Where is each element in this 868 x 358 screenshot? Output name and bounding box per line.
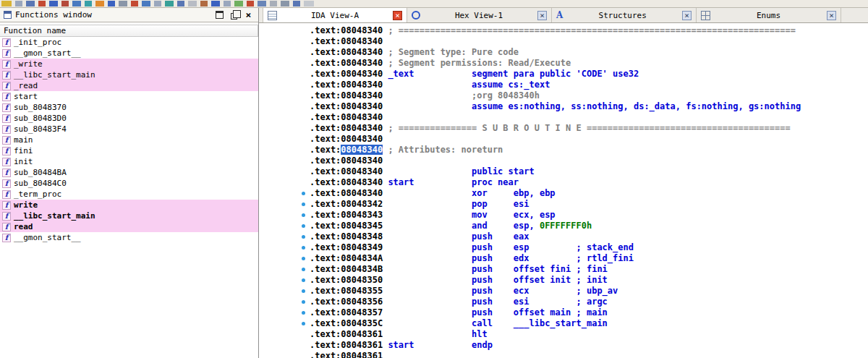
disassembly-view[interactable]: .text:08048340 ; =======================…	[259, 23, 868, 358]
toolbar-icon[interactable]	[38, 1, 46, 7]
disassembly-line[interactable]: .text:08048349 push esp ; stack_end	[310, 242, 868, 253]
disassembly-line[interactable]: .text:0804834B push offset fini ; fini	[310, 264, 868, 275]
toolbar-icon[interactable]	[293, 1, 300, 7]
function-list-item[interactable]: fmain	[0, 135, 258, 145]
toolbar-icon[interactable]	[15, 1, 22, 7]
function-list-item[interactable]: f_init_proc	[0, 37, 258, 48]
address: 08048340	[341, 69, 383, 79]
close-icon[interactable]: ×	[537, 11, 547, 20]
maximize-icon[interactable]	[216, 11, 224, 19]
function-list-item[interactable]: finit	[0, 156, 258, 167]
disassembly-line[interactable]: .text:08048357 push offset main ; main	[310, 307, 868, 318]
toolbar-icon[interactable]	[200, 1, 208, 7]
function-list-item[interactable]: f_read	[0, 80, 258, 91]
toolbar-icon[interactable]	[165, 1, 174, 7]
disassembly-line[interactable]: .text:0804834A push edx ; rtld_fini	[310, 253, 868, 264]
disassembly-line[interactable]: .text:0804835C call ___libc_start_main	[310, 318, 868, 329]
float-window-icon[interactable]	[231, 13, 237, 20]
toolbar-icon[interactable]	[258, 1, 266, 7]
toolbar-icon[interactable]	[247, 1, 254, 7]
disassembly-line[interactable]: .text:08048340	[310, 155, 868, 166]
function-list-item[interactable]: fread	[0, 221, 258, 232]
toolbar-icon[interactable]	[1, 1, 12, 7]
column-header-function-name[interactable]: Function name	[0, 25, 258, 37]
toolbar-icon[interactable]	[142, 1, 150, 7]
function-list-item[interactable]: fsub_80483F4	[0, 124, 258, 135]
toolbar-icon[interactable]	[61, 1, 69, 7]
disassembly-line[interactable]: .text:08048361	[310, 351, 868, 358]
segment-prefix: .text:	[310, 221, 341, 231]
disassembly-line[interactable]: .text:08048340 xor ebp, ebp	[310, 188, 868, 199]
code-text: assume cs:_text	[388, 80, 550, 90]
disassembly-line[interactable]: .text:08048355 push ecx ; ubp_av	[310, 286, 868, 297]
tab-hex-view-1[interactable]: Hex View-1×	[407, 8, 552, 22]
disassembly-line[interactable]: .text:08048356 push esi ; argc	[310, 297, 868, 307]
disassembly-line[interactable]: .text:08048340 ; =======================…	[310, 25, 868, 36]
toolbar-icon[interactable]	[95, 1, 104, 7]
toolbar-icon[interactable]	[154, 1, 161, 7]
close-icon[interactable]: ×	[682, 11, 692, 20]
function-list-item[interactable]: fsub_8048370	[0, 102, 258, 113]
function-list-item[interactable]: fsub_80484C0	[0, 178, 258, 189]
disassembly-line[interactable]: .text:08048350 push offset init ; init	[310, 275, 868, 286]
tab-ida-view-a[interactable]: IDA View-A×	[263, 8, 407, 22]
close-icon[interactable]: ×	[393, 11, 402, 20]
disassembly-line[interactable]: .text:08048340 public start	[310, 166, 868, 177]
disassembly-line[interactable]: .text:08048340 ; =============== S U B R…	[310, 123, 868, 134]
toolbar-icon[interactable]	[119, 1, 127, 7]
function-list-item[interactable]: fwrite	[0, 200, 258, 210]
toolbar-icon[interactable]	[234, 1, 243, 7]
disassembly-line[interactable]: .text:08048340 ;org 8048340h	[310, 90, 868, 101]
function-list-item[interactable]: f_term_proc	[0, 189, 258, 200]
function-list-item[interactable]: f__gmon_start__	[0, 232, 258, 243]
function-list-item[interactable]: fstart	[0, 91, 258, 102]
hex-view-icon	[412, 11, 420, 20]
address: 08048340	[341, 90, 383, 101]
disassembly-line[interactable]: .text:08048340 start proc near	[310, 177, 868, 188]
address: 08048348	[341, 231, 383, 242]
disassembly-line[interactable]: .text:08048340	[310, 36, 868, 47]
toolbar-icon[interactable]	[131, 1, 138, 7]
address: 08048361	[341, 351, 383, 358]
toolbar-icon[interactable]	[188, 1, 197, 7]
toolbar-icon[interactable]	[72, 1, 81, 7]
function-list-item[interactable]: f__libc_start_main	[0, 210, 258, 221]
function-list-item[interactable]: fsub_80484BA	[0, 167, 258, 178]
toolbar-icon[interactable]	[281, 1, 289, 7]
address: 08048340	[341, 188, 383, 198]
function-list-item[interactable]: ffini	[0, 145, 258, 156]
disassembly-line[interactable]: .text:08048348 push eax	[310, 231, 868, 242]
toolbar-icon[interactable]	[177, 1, 184, 7]
toolbar-icon[interactable]	[85, 1, 92, 7]
function-list-item[interactable]: f__gmon_start__	[0, 48, 258, 59]
code-text: ; Attributes: noreturn	[388, 145, 503, 155]
disassembly-line[interactable]: .text:08048361 hlt	[310, 329, 868, 340]
close-icon[interactable]: ×	[244, 11, 252, 19]
toolbar-icon[interactable]	[224, 1, 231, 7]
disassembly-line[interactable]: .text:08048340	[310, 112, 868, 123]
toolbar-icon[interactable]	[211, 1, 220, 7]
function-list-item[interactable]: fsub_80483D0	[0, 113, 258, 124]
toolbar-icon[interactable]	[108, 1, 115, 7]
disassembly-line[interactable]: .text:08048340 ; Segment permissions: Re…	[310, 58, 868, 69]
function-list-item[interactable]: f__libc_start_main	[0, 69, 258, 80]
function-list-item[interactable]: f_write	[0, 59, 258, 69]
close-icon[interactable]: ×	[827, 11, 836, 20]
disassembly-line[interactable]: .text:08048361 start endp	[310, 340, 868, 351]
tab-enums[interactable]: Enums×	[697, 8, 841, 22]
disassembly-line[interactable]: .text:08048340 _text segment para public…	[310, 69, 868, 80]
disassembly-line[interactable]: .text:08048340 assume cs:_text	[310, 80, 868, 90]
structures-icon: A	[556, 11, 563, 20]
toolbar-icon[interactable]	[49, 1, 58, 7]
disassembly-line[interactable]: .text:08048340 ; Segment type: Pure code	[310, 47, 868, 58]
toolbar-icon[interactable]	[26, 1, 35, 7]
tab-structures[interactable]: AStructures×	[552, 8, 697, 22]
toolbar-icon[interactable]	[304, 1, 314, 7]
toolbar-icon[interactable]	[270, 1, 277, 7]
disassembly-line[interactable]: .text:08048342 pop esi	[310, 199, 868, 210]
disassembly-line[interactable]: .text:08048340 ; Attributes: noreturn	[310, 145, 868, 155]
disassembly-line[interactable]: .text:08048340 assume es:nothing, ss:not…	[310, 101, 868, 112]
disassembly-line[interactable]: .text:08048340	[310, 134, 868, 145]
disassembly-line[interactable]: .text:08048343 mov ecx, esp	[310, 210, 868, 221]
disassembly-line[interactable]: .text:08048345 and esp, 0FFFFFFF0h	[310, 221, 868, 231]
